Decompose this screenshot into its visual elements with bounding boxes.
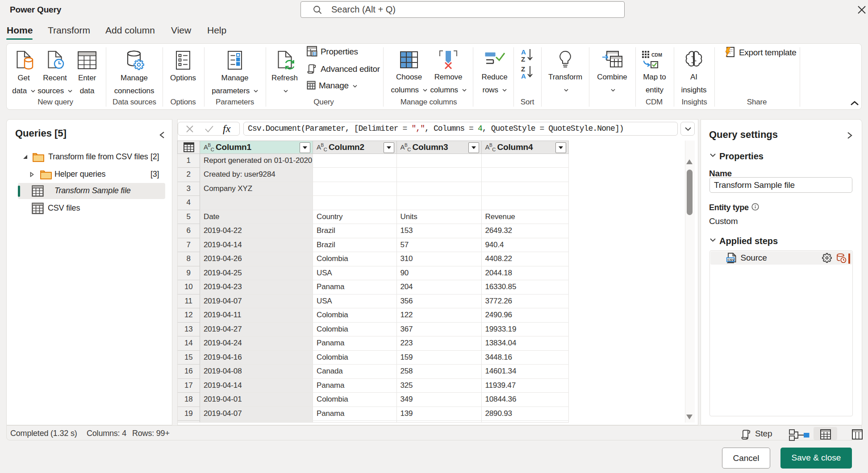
- svg-text:Z: Z: [521, 55, 525, 63]
- svg-text:A: A: [521, 72, 526, 80]
- svg-text:CDM: CDM: [651, 52, 662, 58]
- svg-text:A: A: [521, 48, 526, 56]
- svg-text:CSV: CSV: [727, 257, 734, 261]
- svg-text:Z: Z: [521, 65, 525, 73]
